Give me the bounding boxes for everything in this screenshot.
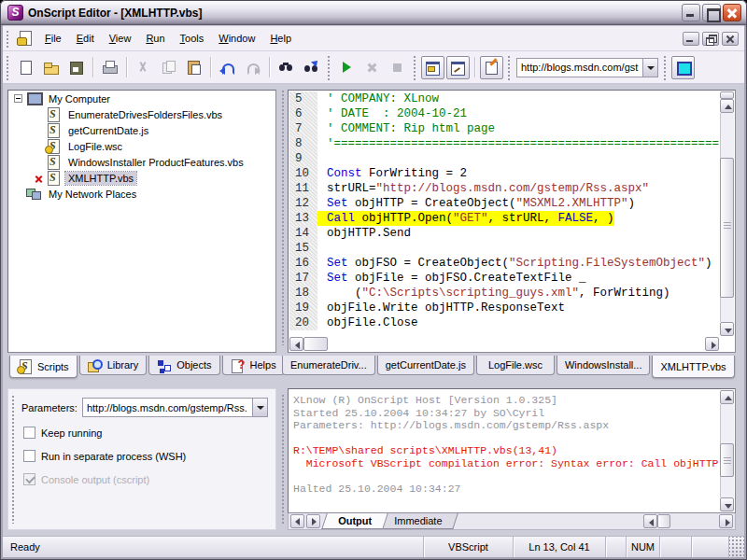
properties-button[interactable]	[480, 56, 503, 79]
undo-button[interactable]	[216, 56, 239, 79]
tree-item-xmlhttp-vbs[interactable]: SXMLHTTP.vbs	[8, 170, 275, 186]
tab-scroll-left-button[interactable]	[290, 514, 304, 528]
new-button[interactable]	[14, 56, 37, 79]
tree-item-label: XMLHTTP.vbs	[65, 172, 136, 185]
output-scroll-down[interactable]	[720, 497, 734, 511]
run-button[interactable]	[335, 56, 359, 79]
tree-item-windowsinstaller-productfeatures-vbs[interactable]: SWindowsInstaller ProductFeatures.vbs	[8, 154, 275, 170]
code-line-8: 8'======================================…	[289, 136, 719, 151]
file-tab-logfile-wsc[interactable]: LogFile.wsc	[476, 356, 555, 375]
tab-helps[interactable]: ?Helps	[222, 356, 285, 375]
mdi-close-button[interactable]	[722, 32, 739, 46]
editor-vscroll-thumb[interactable]	[720, 158, 734, 298]
parameters-combo[interactable]: http://blogs.msdn.com/gstemp/Rss.	[82, 398, 268, 417]
menu-run[interactable]: Run	[138, 30, 172, 47]
output-grip[interactable]	[281, 394, 286, 525]
highlighted-line-text: Call objHTTP.Open("GET", strURL, FALSE, …	[317, 211, 614, 226]
file-tab-windowsinstall-[interactable]: WindowsInstall...	[557, 356, 651, 375]
menu-file[interactable]: File	[37, 30, 69, 47]
menu-help[interactable]: Help	[262, 30, 299, 47]
tab-scroll-right-button[interactable]	[306, 514, 320, 528]
code-token: "Scripting.FileSystemObject"	[509, 257, 705, 270]
menu-tools[interactable]: Tools	[173, 30, 212, 47]
checkbox[interactable]	[23, 427, 35, 439]
mdi-restore-button[interactable]	[702, 32, 719, 46]
line-text: Set objHTTP = CreateObject("MSXML2.XMLHT…	[317, 196, 635, 211]
editor-grip[interactable]	[281, 90, 286, 345]
collapse-expander[interactable]	[14, 94, 22, 103]
editor-scroll-down[interactable]	[720, 322, 734, 336]
find-next-button[interactable]	[300, 56, 323, 79]
editor-scroll-up[interactable]	[720, 99, 734, 113]
mdi-minimize-button[interactable]	[683, 32, 699, 46]
chevron-down-icon[interactable]	[252, 399, 267, 416]
toolbar-grip[interactable]	[6, 54, 10, 80]
option-keep-running[interactable]: Keep running	[23, 427, 102, 439]
menu-accel: E	[77, 33, 83, 44]
checkbox[interactable]	[23, 450, 35, 462]
output-scroll-left[interactable]	[643, 514, 657, 528]
output-hscroll	[643, 514, 733, 528]
menubar-grip[interactable]	[6, 29, 10, 48]
open-button[interactable]	[39, 56, 63, 79]
chevron-down-icon[interactable]	[642, 59, 657, 77]
tab-objects[interactable]: Objects	[148, 356, 219, 375]
file-tab-enumeratedriv-[interactable]: EnumerateDriv...	[282, 356, 375, 375]
tree-item-getcurrentdate-js[interactable]: SgetCurrentDate.js	[8, 122, 275, 138]
file-tab-xmlhttp-vbs[interactable]: XMLHTTP.vbs	[652, 356, 734, 378]
tools-panel-button[interactable]	[446, 56, 470, 79]
toolbar-grip[interactable]	[327, 54, 331, 80]
menu-view[interactable]: View	[102, 30, 139, 47]
toolbar-grip[interactable]	[507, 54, 512, 80]
tree-item-my-network-places[interactable]: My Network Places	[8, 186, 275, 202]
output-console[interactable]: XLnow (R) OnScript Host [Version 1.0.325…	[289, 390, 719, 511]
file-tab-label: LogFile.wsc	[488, 359, 543, 371]
tab-output[interactable]: Output	[321, 513, 388, 529]
title-bar[interactable]: S OnScript Editor - [XMLHTTP.vbs]	[1, 1, 746, 25]
run-icon	[339, 60, 355, 75]
findnext-icon	[303, 60, 319, 75]
save-icon	[68, 60, 84, 75]
find-button[interactable]	[275, 56, 298, 79]
paste-button[interactable]	[182, 56, 205, 79]
output-scroll-up[interactable]	[720, 390, 734, 404]
tab-library[interactable]: Library	[79, 356, 148, 375]
print-button[interactable]	[98, 56, 121, 79]
save-button[interactable]	[64, 56, 88, 79]
menu-edit[interactable]: Edit	[69, 30, 102, 47]
tree-item-logfile-wsc[interactable]: SLogFile.wsc	[8, 138, 275, 154]
menu-window[interactable]: Window	[211, 30, 262, 47]
minimize-button[interactable]	[682, 4, 700, 21]
tab-scripts[interactable]: SScripts	[9, 356, 78, 378]
close-button[interactable]	[723, 4, 741, 21]
editor-scroll-right[interactable]	[705, 337, 719, 351]
toolbar-grip[interactable]	[663, 54, 668, 80]
editor-scroll-left[interactable]	[289, 337, 303, 351]
code-line-17: 17Set objFile = objFSO.CreateTextFile _	[289, 271, 719, 286]
resize-grip[interactable]	[729, 537, 744, 557]
tree-item-enumeratedrivesfoldersfiles-vbs[interactable]: SEnumerateDrivesFoldersFiles.vbs	[8, 106, 275, 122]
tab-immediate[interactable]: Immediate	[377, 513, 458, 529]
option-run-in-separate-process-wsh-[interactable]: Run in separate process (WSH)	[23, 450, 186, 462]
output-scroll-right[interactable]	[719, 514, 733, 528]
code-token: objHTTP.Open(	[355, 212, 453, 225]
tree-item-my-computer[interactable]: My Computer	[8, 91, 275, 106]
file-tab-getcurrentdate-js[interactable]: getCurrentDate.js	[377, 356, 474, 375]
editor-hscroll-thumb[interactable]	[303, 337, 328, 351]
checkbox-label: Run in separate process (WSH)	[41, 451, 186, 462]
code-token: objFSO = CreateObject(	[348, 257, 510, 270]
output-hscroll-thumb[interactable]	[657, 514, 670, 528]
output-vscroll-thumb[interactable]	[720, 443, 734, 477]
console-button[interactable]	[671, 56, 695, 79]
code-editor[interactable]: 5' COMPANY: XLnow6' DATE : 2004-10-217' …	[289, 91, 719, 336]
url-combo[interactable]: http://blogs.msdn.com/gst	[516, 58, 658, 77]
maximize-button[interactable]	[702, 4, 721, 21]
editor-split-box[interactable]	[720, 91, 734, 99]
script-panel-button[interactable]	[421, 56, 444, 79]
params-grip[interactable]	[11, 395, 16, 524]
down-arrow-icon	[725, 504, 732, 509]
toolbar-grip[interactable]	[413, 54, 417, 80]
props-icon	[484, 60, 500, 75]
code-line-13: 13Call objHTTP.Open("GET", strURL, FALSE…	[289, 211, 719, 226]
toolbar-separator	[269, 57, 270, 77]
